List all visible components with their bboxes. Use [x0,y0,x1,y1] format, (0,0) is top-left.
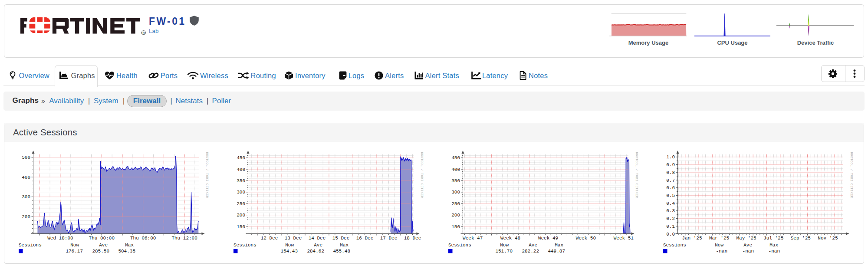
svg-text:-nan: -nan [769,249,780,254]
svg-text:Week 51: Week 51 [614,236,634,241]
svg-text:450: 450 [237,155,245,161]
svg-text:Max: Max [125,243,134,248]
svg-text:0.6: 0.6 [666,185,675,190]
svg-text:200: 200 [451,213,460,218]
svg-text:Mar '25: Mar '25 [709,236,729,241]
svg-text:-nan: -nan [743,249,754,254]
svg-text:17 Dec: 17 Dec [380,236,398,241]
svg-text:0.7: 0.7 [666,178,675,183]
svg-text:350: 350 [237,178,245,184]
svg-text:Sessions: Sessions [448,243,471,248]
svg-text:0.2: 0.2 [666,216,675,221]
svg-text:Sessions: Sessions [19,243,42,248]
svg-text:300: 300 [237,190,245,195]
svg-text:Week 47: Week 47 [463,236,483,241]
svg-text:350: 350 [451,178,460,184]
svg-text:Week 50: Week 50 [576,236,596,241]
svg-text:RRDTOOL / TOBI OETIKER: RRDTOOL / TOBI OETIKER [635,152,639,198]
svg-text:14 Dec: 14 Dec [309,236,326,241]
svg-text:176.17: 176.17 [66,249,83,254]
svg-text:250: 250 [237,201,245,207]
svg-text:Thu 00:00: Thu 00:00 [89,236,115,241]
svg-text:RRDTOOL / TOBI OETIKER: RRDTOOL / TOBI OETIKER [205,152,209,198]
svg-text:504.35: 504.35 [118,249,135,254]
svg-text:0.9: 0.9 [666,162,675,167]
svg-text:15 Dec: 15 Dec [332,236,350,241]
svg-text:Thu 12:00: Thu 12:00 [171,236,197,241]
svg-text:Jul '25: Jul '25 [763,236,783,241]
svg-text:200: 200 [22,214,30,220]
svg-text:Sessions: Sessions [233,243,256,248]
svg-text:Now: Now [285,243,294,248]
svg-text:400: 400 [237,167,245,172]
svg-text:500: 500 [22,155,30,160]
svg-text:285.50: 285.50 [92,249,109,254]
svg-text:Max: Max [555,243,563,248]
svg-text:Week 49: Week 49 [538,236,558,241]
svg-text:Max: Max [340,243,349,248]
svg-text:Now: Now [500,243,509,248]
svg-text:RRDTOOL / TOBI OETIKER: RRDTOOL / TOBI OETIKER [420,152,424,198]
svg-text:Wed 18:00: Wed 18:00 [47,236,73,241]
svg-text:May '25: May '25 [736,236,756,241]
svg-text:16 Dec: 16 Dec [356,236,374,241]
svg-text:Now: Now [715,243,723,248]
svg-text:0.8: 0.8 [666,170,675,175]
svg-text:400: 400 [451,167,460,172]
svg-text:-nan: -nan [716,249,727,254]
svg-text:R: R [142,31,145,34]
svg-text:13 Dec: 13 Dec [285,236,302,241]
svg-text:300: 300 [22,194,30,200]
svg-text:RRDTOOL / TOBI OETIKER: RRDTOOL / TOBI OETIKER [850,152,854,198]
svg-text:449.87: 449.87 [548,249,565,254]
svg-text:Ave: Ave [529,243,537,248]
svg-text:151.70: 151.70 [495,249,513,254]
svg-text:Now: Now [70,243,79,248]
svg-text:0.4: 0.4 [666,201,675,206]
svg-text:200: 200 [237,213,245,218]
svg-text:Sessions: Sessions [663,243,686,248]
svg-text:450: 450 [451,155,460,161]
svg-text:18 Dec: 18 Dec [404,236,421,241]
svg-text:1.0: 1.0 [666,154,675,160]
svg-text:250: 250 [451,201,460,207]
svg-text:Max: Max [769,243,778,248]
svg-text:Ave: Ave [743,243,752,248]
svg-text:Nov '25: Nov '25 [818,236,838,241]
svg-text:150: 150 [237,224,245,230]
svg-text:400: 400 [22,175,30,180]
svg-text:12 Dec: 12 Dec [261,236,278,241]
svg-text:Week 48: Week 48 [500,236,520,241]
svg-text:455.48: 455.48 [333,249,350,254]
svg-text:Ave: Ave [99,243,108,248]
svg-text:0.0: 0.0 [666,232,675,237]
svg-text:154.43: 154.43 [280,249,298,254]
svg-text:282.22: 282.22 [522,249,539,254]
svg-text:150: 150 [451,224,460,230]
svg-text:Ave: Ave [314,243,322,248]
svg-text:Sep '25: Sep '25 [791,236,811,241]
svg-text:300: 300 [451,190,460,195]
svg-text:0.3: 0.3 [666,208,675,213]
svg-text:284.62: 284.62 [307,249,324,254]
svg-text:Jan '25: Jan '25 [682,236,702,241]
svg-text:Thu 06:00: Thu 06:00 [130,236,156,241]
svg-text:0.5: 0.5 [666,193,675,198]
svg-text:0.1: 0.1 [666,224,675,229]
